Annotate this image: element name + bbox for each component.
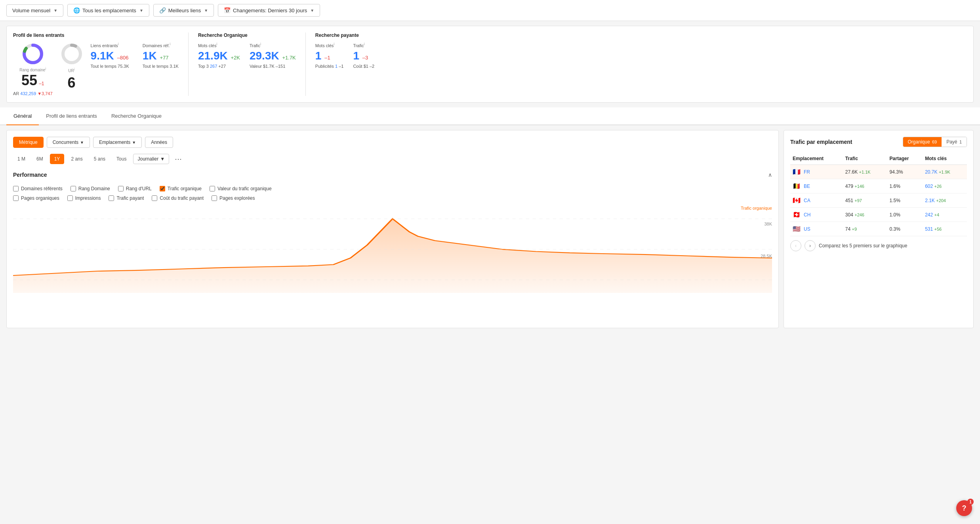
period-5ans-button[interactable]: 5 ans <box>90 154 110 164</box>
partager-cell-1: 1.6% <box>887 179 923 193</box>
changements-button[interactable]: 📅 Changements: Derniers 30 jours ▼ <box>218 4 320 17</box>
checkbox-impressions-input[interactable] <box>67 195 73 201</box>
tous-emplacements-button[interactable]: 🌐 Tous les emplacements ▼ <box>67 4 149 17</box>
checkbox-valeur-trafic-input[interactable] <box>210 186 215 191</box>
chevron-down-icon-2: ▼ <box>139 8 143 13</box>
checkbox-cout-trafic-input[interactable] <box>152 195 157 201</box>
mots-cles-cell-2: 2.1K +204 <box>923 193 967 208</box>
summary-panel: Profil de liens entrants Rang domainei 5… <box>6 26 974 103</box>
trafic-value-2: 451 <box>845 198 853 203</box>
partager-cell-0: 94.3% <box>887 165 923 179</box>
country-code-0[interactable]: FR <box>804 169 810 175</box>
country-code-2[interactable]: CA <box>804 198 810 203</box>
checkbox-trafic-organique-input[interactable] <box>160 186 165 191</box>
period-1m-button[interactable]: 1 M <box>13 154 30 164</box>
pub-sub: Publicités 1 –1 <box>315 64 344 69</box>
ar-value-link[interactable]: 432,259 <box>20 91 36 96</box>
country-code-1[interactable]: BE <box>804 184 810 189</box>
tab-profil-liens[interactable]: Profil de liens entrants <box>39 107 104 125</box>
rang-domaine-label: Rang domainei <box>19 67 46 72</box>
checkbox-trafic-organique[interactable]: Trafic organique <box>160 186 202 191</box>
granularity-select[interactable]: Journalier ▼ <box>133 154 169 164</box>
checkbox-rang-domaine[interactable]: Rang Domaine <box>71 186 110 191</box>
performance-title: Performance <box>13 172 47 178</box>
paid-tab-button[interactable]: Payé 1 <box>942 137 967 147</box>
flag-4: 🇺🇸 <box>793 225 801 233</box>
mots-cles-link-1[interactable]: 602 <box>925 184 933 189</box>
chevron-down-icon-granularity: ▼ <box>160 156 165 162</box>
rang-domaine-change: –1 <box>39 81 44 86</box>
checkbox-pages-explorees[interactable]: Pages explorées <box>212 195 255 201</box>
organic-section: Recherche Organique Mots clési 21.9K +2K… <box>189 33 306 96</box>
concurrents-button[interactable]: Concurrents ▼ <box>47 137 90 148</box>
col-partager: Partager <box>887 153 923 165</box>
mots-cles-link-0[interactable]: 20.7K <box>925 169 937 175</box>
volume-mensuel-button[interactable]: Volume mensuel ▼ <box>6 4 63 17</box>
paid-mots-cles-value: 1 –1 <box>315 50 344 62</box>
organic-trafic-value: 29.3K +1.7K <box>250 50 296 62</box>
country-cell-3: 🇨🇭 CH <box>790 208 843 222</box>
chart-svg <box>13 206 772 293</box>
period-6m-button[interactable]: 6M <box>32 154 48 164</box>
checkbox-valeur-trafic[interactable]: Valeur du trafic organique <box>210 186 272 191</box>
chart-controls-row1: Métrique Concurrents ▼ Emplacements ▼ An… <box>13 137 772 148</box>
checkbox-row-2: Pages organiques Impressions Trafic paya… <box>13 195 772 201</box>
organic-mots-cles-value: 21.9K +2K <box>198 50 240 62</box>
tabs-bar: Général Profil de liens entrants Recherc… <box>0 107 980 125</box>
backlinks-inner: Rang domainei 55 –1 AR 432,259 ▼3,747 <box>13 42 179 96</box>
checkbox-trafic-payant-input[interactable] <box>109 195 114 201</box>
emplacements-button[interactable]: Emplacements ▼ <box>93 137 142 148</box>
country-cell-1: 🇧🇪 BE <box>790 179 843 193</box>
checkbox-impressions[interactable]: Impressions <box>67 195 101 201</box>
chevron-down-icon: ▼ <box>53 8 57 13</box>
period-1y-button[interactable]: 1Y <box>50 154 65 164</box>
liens-entrants-section: Liens entrantsi 9.1K –806 Tout le temps … <box>91 42 129 69</box>
checkbox-domaines-referents[interactable]: Domaines référents <box>13 186 63 191</box>
mots-cles-link-2[interactable]: 2.1K <box>925 198 935 203</box>
more-options-button[interactable]: ⋯ <box>172 153 185 165</box>
paid-mots-cles-change: –1 <box>324 55 330 61</box>
organic-tab-button[interactable]: Organique 69 <box>903 137 942 147</box>
table-footer: ‹ › Comparez les 5 premiers sur le graph… <box>790 236 967 251</box>
partager-cell-4: 0.3% <box>887 222 923 236</box>
partager-value-2: 1.5% <box>890 198 900 203</box>
checkbox-rang-url-input[interactable] <box>118 186 124 191</box>
mots-cles-link-3[interactable]: 242 <box>925 212 933 218</box>
tab-general[interactable]: Général <box>6 107 39 125</box>
table-row: 🇧🇪 BE 479 +146 1.6% 602 +26 <box>790 179 967 193</box>
mots-cles-cell-3: 242 +4 <box>923 208 967 222</box>
ur-donut-svg <box>60 42 84 66</box>
annees-label: Années <box>151 140 167 145</box>
checkbox-pages-explorees-input[interactable] <box>212 195 217 201</box>
annees-button[interactable]: Années <box>145 137 173 148</box>
checkbox-rang-url[interactable]: Rang d'URL <box>118 186 152 191</box>
tab-recherche-organique[interactable]: Recherche Organique <box>104 107 169 125</box>
checkbox-pages-organiques-input[interactable] <box>13 195 19 201</box>
partager-cell-3: 1.0% <box>887 208 923 222</box>
organic-trafic-change: +1.7K <box>282 55 296 61</box>
checkbox-trafic-payant[interactable]: Trafic payant <box>109 195 144 201</box>
checkbox-rang-domaine-input[interactable] <box>71 186 76 191</box>
mots-cles-change-0: +1.9K <box>939 170 950 174</box>
prev-arrow[interactable]: ‹ <box>790 240 801 251</box>
liens-entrants-value: 9.1K –806 <box>91 50 129 62</box>
period-2ans-button[interactable]: 2 ans <box>67 154 87 164</box>
chart-controls-row2: 1 M 6M 1Y 2 ans 5 ans Tous Journalier ▼ … <box>13 153 772 165</box>
collapse-button[interactable]: ∧ <box>768 172 772 178</box>
col-emplacement: Emplacement <box>790 153 843 165</box>
table-row: 🇨🇦 CA 451 +97 1.5% 2.1K +204 <box>790 193 967 208</box>
metrique-button[interactable]: Métrique <box>13 137 44 148</box>
table-row: 🇨🇭 CH 304 +246 1.0% 242 +4 <box>790 208 967 222</box>
next-arrow[interactable]: › <box>805 240 816 251</box>
checkbox-cout-trafic[interactable]: Coût du trafic payant <box>152 195 204 201</box>
country-code-3[interactable]: CH <box>804 212 810 218</box>
country-code-4[interactable]: US <box>804 226 810 232</box>
ur-section: URi 6 <box>60 42 84 91</box>
checkbox-domaines-referents-input[interactable] <box>13 186 19 191</box>
checkbox-pages-organiques[interactable]: Pages organiques <box>13 195 59 201</box>
mots-cles-link-4[interactable]: 531 <box>925 226 933 232</box>
valeur-sub: Valeur $1.7K –151 <box>250 64 296 69</box>
meilleurs-liens-button[interactable]: 🔗 Meilleurs liens ▼ <box>153 4 214 17</box>
period-tous-button[interactable]: Tous <box>112 154 131 164</box>
y-label-1: 38K <box>764 222 772 226</box>
